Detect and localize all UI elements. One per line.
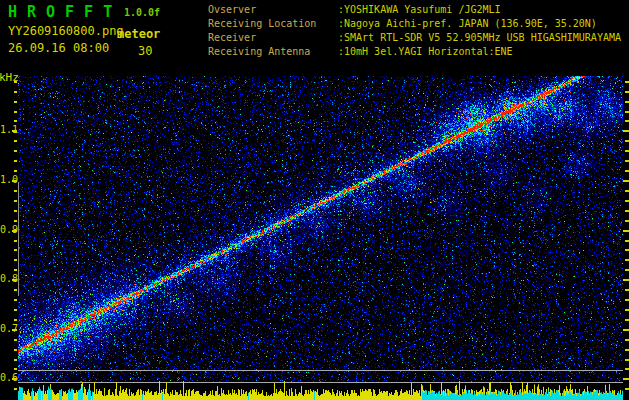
observer-info-row: Receiving Antenna:10mH 3el.YAGI Horizont… [208,45,621,59]
tick-mark [625,259,629,261]
tick-mark [14,111,17,113]
tick-mark [14,190,17,192]
tick-mark [625,359,629,361]
tick-mark [14,299,17,301]
info-value: :YOSHIKAWA Yasufumi /JG2MLI [338,3,501,17]
tick-mark [14,210,17,212]
info-value: :Nagoya Aichi-pref. JAPAN (136.90E, 35.2… [338,17,597,31]
tick-mark [14,388,17,390]
tick-mark [14,101,17,103]
tick-mark [625,388,629,390]
observer-info-row: Receiving Location:Nagoya Aichi-pref. JA… [208,17,621,31]
tick-mark [625,249,629,251]
observer-info-row: Ovserver:YOSHIKAWA Yasufumi /JG2MLI [208,3,621,17]
info-value: :SMArt RTL-SDR V5 52.905MHz USB HIGASHIM… [338,31,621,45]
frequency-tick-label: 0.6 [0,372,12,383]
tick-mark [14,289,17,291]
spectrogram-canvas [18,74,623,400]
frequency-tick-label: 0.9 [0,224,12,235]
tick-mark [625,269,629,271]
mode-label: meteor [117,27,160,41]
tick-mark [14,368,17,370]
tick-mark [625,299,629,301]
tick-mark [14,81,17,83]
tick-mark [625,319,629,321]
tick-mark [14,269,17,271]
tick-mark [625,140,629,142]
app-title: HROFFT [8,3,122,21]
tick-mark [14,220,17,222]
tick-mark [625,150,629,152]
frequency-tick-label: 0.8 [0,273,12,284]
info-label: Ovserver [208,3,338,17]
tick-mark [14,120,17,122]
tick-mark [625,309,629,311]
tick-mark [14,259,17,261]
observer-info-row: Receiver:SMArt RTL-SDR V5 52.905MHz USB … [208,31,621,45]
tick-mark [623,230,629,232]
info-label: Receiver [208,31,338,45]
tick-mark [625,339,629,341]
tick-mark [623,329,629,331]
tick-mark [625,349,629,351]
tick-mark [14,249,17,251]
tick-mark [625,368,629,370]
tick-mark [625,91,629,93]
tick-mark [625,170,629,172]
tick-mark [625,240,629,242]
tick-mark [14,170,17,172]
tick-mark [623,279,629,281]
frequency-tick-label: 1.1 [0,124,12,135]
tick-mark [14,319,17,321]
info-value: :10mH 3el.YAGI Horizontal:ENE [338,45,513,59]
app-version: 1.0.0f [124,7,160,18]
tick-mark [625,101,629,103]
info-label: Receiving Location [208,17,338,31]
tick-mark [625,81,629,83]
tick-mark [625,289,629,291]
tick-mark [625,120,629,122]
tick-mark [14,140,17,142]
datetime-label: 26.09.16 08:00 [8,41,109,55]
tick-mark [623,378,629,380]
info-label: Receiving Antenna [208,45,338,59]
tick-mark [14,339,17,341]
frequency-tick-label: 1.0 [0,174,12,185]
tick-mark [623,180,629,182]
tick-mark [625,210,629,212]
output-filename: YY2609160800.png [8,24,124,38]
tick-mark [14,240,17,242]
tick-mark [14,150,17,152]
tick-mark [14,359,17,361]
sample-count: 30 [138,44,152,58]
tick-mark [14,160,17,162]
tick-mark [625,190,629,192]
tick-mark [625,111,629,113]
tick-mark [625,200,629,202]
tick-mark [14,309,17,311]
frequency-tick-label: 0.7 [0,323,12,334]
observer-info-panel: Ovserver:YOSHIKAWA Yasufumi /JG2MLIRecei… [208,3,621,59]
tick-mark [625,160,629,162]
tick-mark [623,130,629,132]
tick-mark [14,91,17,93]
tick-mark [14,200,17,202]
tick-mark [625,220,629,222]
tick-mark [14,349,17,351]
